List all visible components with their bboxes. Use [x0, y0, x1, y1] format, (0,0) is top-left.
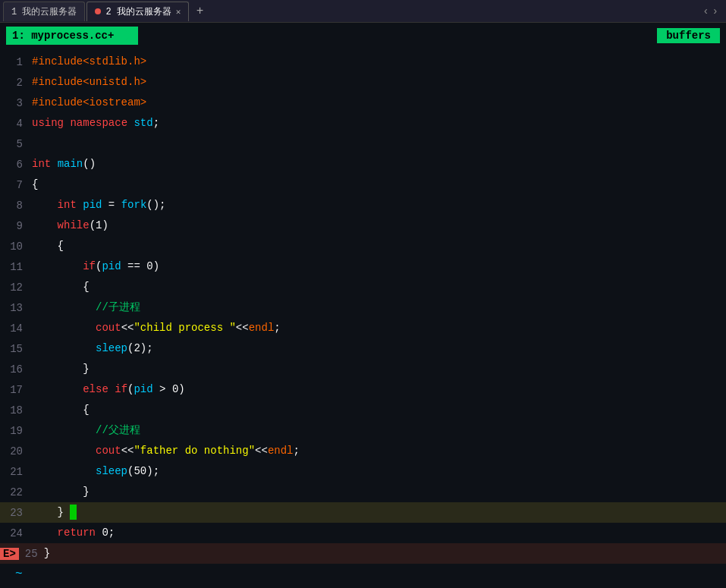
- line-num-16: 16: [0, 363, 32, 376]
- line-num-25b: 25: [25, 548, 44, 560]
- tilde-char: ~: [15, 568, 23, 581]
- tab-2-dot: [95, 8, 101, 14]
- table-row: 15 sleep(2);: [0, 338, 726, 359]
- line-num-24: 24: [0, 527, 32, 539]
- table-row: 5: [0, 134, 726, 154]
- line-num-20: 20: [0, 445, 32, 458]
- table-row: 8 int pid = fork();: [0, 195, 726, 215]
- line-code-24: return 0;: [32, 523, 115, 543]
- tab-bar: 1 我的云服务器 2 我的云服务器 ✕ + ‹ ›: [0, 0, 726, 23]
- line-num-22: 22: [0, 486, 32, 498]
- line-num-11: 11: [0, 261, 32, 273]
- line-num-4: 4: [0, 118, 32, 130]
- line-code-16: }: [32, 359, 90, 379]
- tab-add-button[interactable]: +: [190, 2, 209, 20]
- line-code-21: sleep(50);: [32, 461, 159, 482]
- tilde-area: ~: [0, 567, 726, 582]
- table-row: 3 #include<iostream>: [0, 93, 726, 113]
- table-row: 4 using namespace std;: [0, 113, 726, 134]
- table-row: 17 else if(pid > 0): [0, 379, 726, 400]
- file-arrow-icon: [121, 28, 132, 43]
- line-code-12: {: [32, 277, 90, 297]
- line-num-12: 12: [0, 281, 32, 294]
- table-row: 7 {: [0, 175, 726, 195]
- code-area[interactable]: 1 #include<stdlib.h> 2 #include<unistd.h…: [0, 49, 726, 588]
- arrow-left-icon[interactable]: ‹: [702, 5, 709, 17]
- table-row: 13 //子进程: [0, 297, 726, 318]
- tab-1[interactable]: 1 我的云服务器: [3, 2, 85, 21]
- file-label-text: 1: myprocess.cc+: [12, 30, 114, 42]
- table-row: 11 if(pid == 0): [0, 256, 726, 277]
- table-row: 24 return 0;: [0, 523, 726, 543]
- header-bar: 1: myprocess.cc+ buffers: [0, 23, 726, 49]
- tab-1-label: 1 我的云服务器: [11, 5, 77, 18]
- tab-2-label: 2 我的云服务器: [105, 5, 171, 18]
- line-code-13: //子进程: [32, 297, 140, 318]
- table-row: 21 sleep(50);: [0, 461, 726, 482]
- table-row: 14 cout<<"child process "<<endl;: [0, 318, 726, 338]
- line-code-22: }: [32, 482, 90, 502]
- nav-arrows: ‹ ›: [698, 5, 723, 17]
- line-code-23: }: [32, 502, 77, 523]
- line-num-23: 23: [0, 507, 32, 519]
- line-code-9: while(1): [32, 215, 108, 236]
- tab-2-close[interactable]: ✕: [176, 7, 181, 17]
- file-label: 1: myprocess.cc+: [6, 27, 138, 45]
- line-code-25: }: [44, 543, 50, 564]
- line-code-14: cout<<"child process "<<endl;: [32, 318, 281, 338]
- line-num-1: 1: [0, 56, 32, 68]
- line-code-1: #include<stdlib.h>: [32, 52, 146, 72]
- line-code-17: else if(pid > 0): [32, 379, 185, 400]
- table-row: 22 }: [0, 482, 726, 502]
- line-num-14: 14: [0, 322, 32, 335]
- line-code-6: int main(): [32, 154, 96, 175]
- line-num-18: 18: [0, 404, 32, 417]
- line-code-20: cout<<"father do nothing"<<endl;: [32, 441, 300, 461]
- tab-2[interactable]: 2 我的云服务器 ✕: [86, 2, 189, 21]
- line-num-9: 9: [0, 220, 32, 232]
- table-row: 10 {: [0, 236, 726, 256]
- table-row: 18 {: [0, 400, 726, 420]
- line-code-15: sleep(2);: [32, 338, 153, 359]
- code-content: 1 #include<stdlib.h> 2 #include<unistd.h…: [0, 49, 726, 567]
- line-num-13: 13: [0, 302, 32, 314]
- table-row: 9 while(1): [0, 215, 726, 236]
- table-row: 16 }: [0, 359, 726, 379]
- line-code-11: if(pid == 0): [32, 256, 159, 277]
- line-num-15: 15: [0, 343, 32, 355]
- line-num-19: 19: [0, 425, 32, 437]
- table-row: 6 int main(): [0, 154, 726, 175]
- line-num-17: 17: [0, 384, 32, 396]
- table-row: E> 25 }: [0, 543, 726, 564]
- line-code-8: int pid = fork();: [32, 195, 166, 215]
- line-num-2: 2: [0, 77, 32, 89]
- line-num-3: 3: [0, 97, 32, 109]
- line-code-4: using namespace std;: [32, 113, 159, 134]
- line-num-5: 5: [0, 138, 32, 150]
- line-num-10: 10: [0, 241, 32, 253]
- table-row: 20 cout<<"father do nothing"<<endl;: [0, 441, 726, 461]
- line-code-10: {: [32, 236, 64, 256]
- line-code-18: {: [32, 400, 90, 420]
- line-num-6: 6: [0, 159, 32, 171]
- line-num-7: 7: [0, 179, 32, 191]
- table-row: 23 }: [0, 502, 726, 523]
- line-num-25: E>: [0, 548, 19, 560]
- table-row: 2 #include<unistd.h>: [0, 72, 726, 93]
- buffers-label: buffers: [657, 28, 720, 43]
- line-code-3: #include<iostream>: [32, 93, 146, 113]
- line-num-21: 21: [0, 466, 32, 478]
- arrow-right-icon[interactable]: ›: [712, 5, 718, 17]
- table-row: 19 //父进程: [0, 420, 726, 441]
- table-row: 12 {: [0, 277, 726, 297]
- cursor-block: [70, 505, 77, 520]
- line-code-7: {: [32, 175, 38, 195]
- line-num-8: 8: [0, 200, 32, 212]
- line-code-19: //父进程: [32, 420, 140, 441]
- line-code-2: #include<unistd.h>: [32, 72, 146, 93]
- table-row: 1 #include<stdlib.h>: [0, 52, 726, 72]
